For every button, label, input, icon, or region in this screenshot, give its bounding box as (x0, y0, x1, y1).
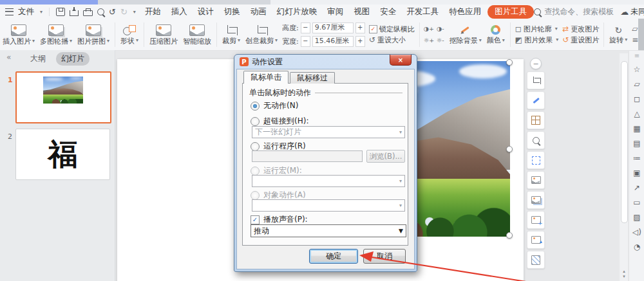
program-path-input[interactable] (252, 150, 363, 162)
tab-outline[interactable]: 大纲 (25, 52, 51, 66)
color-button[interactable]: 颜色▾ (484, 21, 507, 49)
crop-button[interactable]: 裁剪▾ (220, 21, 243, 49)
tab-home[interactable]: 开始 (140, 5, 166, 19)
rotate-button[interactable]: ↻ 旋转▾ (607, 21, 630, 49)
change-picture-button[interactable]: ⇄ 更改图片 (562, 25, 599, 33)
tab-design[interactable]: 设计 (193, 5, 219, 19)
sound-select[interactable]: 推动 ▼ (251, 224, 406, 237)
picture-icon[interactable]: ▨ (633, 213, 640, 221)
multi-image-carousel-button[interactable]: 多图轮播▾ (37, 21, 75, 49)
image-library-icon[interactable]: ▣ (633, 169, 640, 177)
animation-icon[interactable]: ▱ (634, 80, 639, 88)
hamburger-icon[interactable] (5, 8, 14, 15)
lock-aspect-ratio-checkbox[interactable]: ✓ 锁定纵横比 (369, 25, 415, 33)
inactive-doc-tab-edge[interactable] (98, 0, 270, 5)
copy-image-button[interactable] (527, 191, 545, 209)
shapes-icon[interactable]: ◻ (634, 95, 640, 103)
shapes-button[interactable]: 形状▾ (118, 21, 141, 49)
output-icon[interactable] (70, 10, 79, 16)
reset-size-button[interactable]: ↺ 重设大小 (369, 36, 415, 44)
tab-security[interactable]: 安全 (375, 5, 401, 19)
close-icon[interactable]: × (390, 55, 412, 66)
active-doc-tab-edge[interactable] (0, 0, 98, 5)
width-plus-button[interactable]: + (355, 36, 365, 47)
more-commands-icon[interactable]: ▾ (133, 9, 136, 15)
undo-icon[interactable]: ↺ (109, 8, 116, 16)
slide-2-thumbnail[interactable]: 福 (15, 129, 110, 180)
collapse-toolbar-button[interactable]: − (530, 58, 542, 69)
height-field[interactable]: 9.67厘米 (312, 23, 354, 33)
properties-icon[interactable]: ≔ (633, 154, 641, 162)
height-plus-button[interactable]: + (355, 23, 365, 33)
resize-handle-top-right[interactable] (506, 59, 513, 66)
print-icon[interactable] (83, 10, 93, 16)
tab-insert[interactable]: 插入 (166, 5, 193, 19)
beautify-tool-button[interactable] (527, 91, 545, 109)
crop-tool-button[interactable] (527, 71, 545, 89)
ok-button[interactable]: 确定 (309, 249, 358, 264)
scrollbar-arrows[interactable]: ▴ ▾ (620, 269, 628, 279)
watermark-tool-button[interactable] (527, 171, 545, 189)
tab-devtools[interactable]: 开发工具 (401, 5, 444, 19)
mirror-tool-button[interactable] (527, 251, 545, 269)
radio-no-action[interactable]: 无动作(N) (251, 100, 298, 111)
canvas-vertical-scrollbar[interactable] (620, 53, 628, 281)
zoom-tool-button[interactable] (527, 131, 545, 149)
height-minus-button[interactable]: − (301, 23, 310, 33)
brightness-down-button[interactable]: ◑- (435, 24, 446, 34)
save-icon[interactable] (56, 8, 65, 16)
tab-special-apps[interactable]: 特色应用 (444, 5, 486, 19)
width-field[interactable]: 15.46厘米 (312, 36, 354, 47)
replace-image-button[interactable] (527, 231, 545, 249)
remove-background-button[interactable]: 抠除背景▾ (447, 21, 484, 49)
picture-effects-button[interactable]: ◩ 图片效果 ▾ (515, 36, 558, 44)
tab-review[interactable]: 审阅 (322, 5, 348, 19)
browse-button[interactable]: 浏览(B)... (366, 150, 405, 163)
creative-crop-button[interactable]: 创意裁剪▾ (243, 21, 280, 49)
tab-view[interactable]: 视图 (348, 5, 375, 19)
add-image-button[interactable] (527, 211, 545, 229)
contrast-down-button[interactable]: ☼- (435, 35, 446, 46)
tab-animation[interactable]: 动画 (245, 5, 272, 19)
cancel-button[interactable]: 取消 (363, 249, 406, 264)
scroll-up-icon[interactable]: ▴ (620, 269, 628, 274)
collapse-panel-icon[interactable]: « (6, 53, 11, 62)
play-sound-checkbox[interactable]: ✓ 播放声音(P): (251, 214, 308, 225)
design-icon[interactable]: △ (634, 110, 639, 118)
file-chevron-icon[interactable]: ▾ (40, 9, 43, 15)
collage-tool-button[interactable] (527, 111, 545, 129)
scrollbar-thumb[interactable] (621, 61, 628, 223)
width-minus-button[interactable]: − (301, 36, 310, 47)
tab-transition[interactable]: 切换 (219, 5, 245, 19)
compress-image-button[interactable]: 压缩图片 (147, 21, 180, 49)
rail-handle-icon[interactable]: ≡ (634, 52, 639, 59)
file-menu[interactable]: 文件 (18, 6, 34, 17)
brightness-up-button[interactable]: ◑+ (424, 24, 434, 34)
textbox-icon[interactable]: ▭ (633, 199, 640, 206)
smart-zoom-button[interactable]: 智能缩放 (180, 21, 214, 49)
sound-icon[interactable]: ◁) (632, 228, 641, 236)
tab-slideshow[interactable]: 幻灯片放映 (272, 5, 323, 19)
scroll-down-icon[interactable]: ▾ (620, 274, 628, 279)
radio-hyperlink-to[interactable]: 超链接到(H): (251, 116, 308, 127)
media-icon[interactable]: ◔ (634, 243, 640, 251)
tab-mouse-over[interactable]: 鼠标移过 (290, 72, 335, 84)
slide-1-thumbnail[interactable] (15, 71, 111, 123)
sync-status-button[interactable]: ☁ 未同步 ▾ (620, 6, 644, 17)
tab-slides-active[interactable]: 幻灯片 (56, 52, 90, 66)
reset-picture-button[interactable]: ↺ 重设图片 (562, 36, 599, 44)
layout-icon[interactable]: ▦ (633, 125, 640, 132)
picture-outline-button[interactable]: ◻ 图片轮廓 ▾ (515, 25, 558, 33)
contrast-up-button[interactable]: ☼+ (424, 35, 434, 46)
effects-tool-button[interactable] (527, 151, 545, 169)
export-icon[interactable]: ↗ (634, 184, 640, 192)
ribbon-scroll-edge[interactable] (638, 19, 644, 50)
redo-icon[interactable]: ↻ (120, 8, 128, 16)
tab-picture-tools-active[interactable]: 图片工具 (488, 5, 534, 19)
print-preview-icon[interactable] (97, 8, 104, 15)
photo-collage-button[interactable]: 图片拼图▾ (75, 21, 112, 49)
dialog-titlebar[interactable]: P 动作设置 × (234, 55, 417, 69)
resize-handle-middle-right[interactable] (506, 146, 513, 152)
resize-handle-bottom-right[interactable] (506, 232, 513, 239)
chart-icon[interactable]: ▤ (633, 140, 640, 147)
